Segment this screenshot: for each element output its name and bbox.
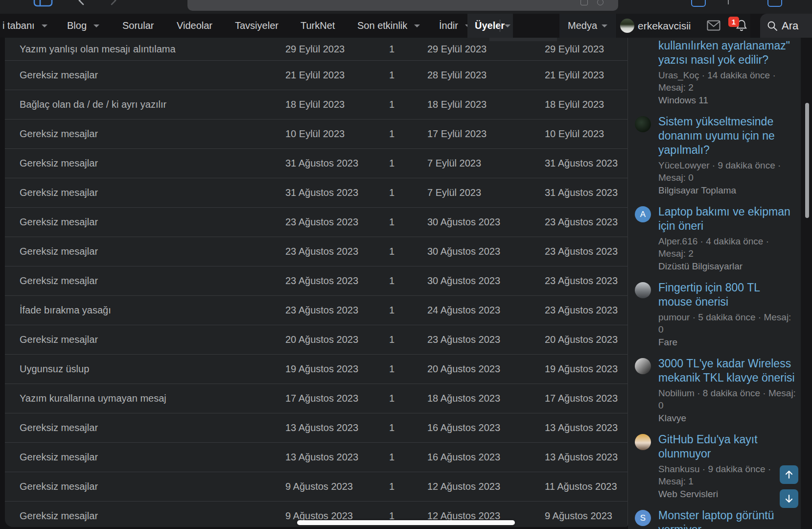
forum-category-link[interactable]: Klavye [658,412,796,424]
warning-date-cell: 23 Ağustos 2023 [278,305,382,316]
thread-title-link[interactable]: GitHub Edu'ya kayıt olunmuyor [658,433,796,461]
forum-category-link[interactable]: Bilgisayar Toplama [658,184,796,196]
warning-points-cell: 1 [382,128,420,140]
table-row[interactable]: Gereksiz mesajlar 21 Eylül 2023 1 28 Eyl… [5,60,627,90]
post-text-block: Monster laptop görüntü vermiyor stechi ·… [658,508,796,529]
warning-points-cell: 1 [382,363,420,375]
forum-category-link[interactable]: Dizüstü Bilgisayarlar [658,260,796,272]
thread-title-link[interactable]: Sistem yükseltmesinde donanım uyumu için… [658,115,796,157]
nav-item-tavsiyeler[interactable]: Tavsiyeler [235,14,278,38]
nav-item-medya[interactable]: Medya [559,14,616,38]
back-chevron-icon[interactable] [77,0,85,5]
warning-end-cell: 29 Eylül 2023 [537,44,627,55]
page-scrollbar-track[interactable] [801,38,812,529]
forum-category-link[interactable]: Windows 11 [658,94,796,106]
poster-name-link[interactable]: pumour [658,312,690,322]
warning-date-cell: 20 Ağustos 2023 [278,334,382,345]
table-row[interactable]: Gereksiz mesajlar 31 Ağustos 2023 1 7 Ey… [5,178,627,207]
poster-avatar[interactable]: S [635,510,651,526]
warning-expiry-cell: 17 Eylül 2023 [420,128,537,140]
warning-expiry-cell: 16 Ağustos 2023 [420,452,537,463]
poster-name-link[interactable]: Nobilium [658,388,695,398]
envelope-icon[interactable] [707,20,720,31]
thread-title-link[interactable]: Fingertip için 800 TL mouse önerisi [658,281,796,309]
warning-date-cell: 13 Ağustos 2023 [278,422,382,433]
poster-avatar[interactable] [635,116,651,132]
poster-name-link[interactable]: YüceLowyer [658,160,710,170]
horizontal-scrollbar-thumb[interactable] [297,520,515,525]
nav-item-uyeler-active[interactable]: Üyeler [467,14,513,38]
forum-category-link[interactable]: Web Servisleri [658,488,796,500]
nav-item-knowledge-base[interactable]: i tabanı [2,14,47,38]
post-text-block: Fingertip için 800 TL mouse önerisi pumo… [658,281,796,348]
table-row[interactable]: Bağlaç olan da / de / ki ayrı yazılır 18… [5,90,627,119]
latest-posts-sidebar: kullanılırken ayarlanamaz" yazısı nasıl … [628,38,801,529]
table-row[interactable]: Yazım kurallarına uymayan mesaj 17 Ağust… [5,384,627,413]
username-label[interactable]: erkekavcisii [638,14,691,38]
scroll-to-bottom-button[interactable] [780,489,798,508]
table-row[interactable]: Gereksiz mesajlar 23 Ağustos 2023 1 30 A… [5,237,627,266]
forum-category-link[interactable]: Fare [658,336,796,348]
nav-item-sorular[interactable]: Sorular [122,14,154,38]
table-row[interactable]: Uygunsuz üslup 19 Ağustos 2023 1 20 Ağus… [5,354,627,384]
forward-chevron-icon[interactable] [110,0,117,5]
new-tab-icon[interactable] [767,0,782,7]
warning-points-cell: 1 [382,422,420,433]
chevron-down-icon [42,24,47,27]
poster-avatar[interactable]: A [635,206,651,222]
nav-item-indir[interactable]: İndir [439,14,471,38]
thread-title-link[interactable]: Laptop bakımı ve ekipman için öneri [658,205,796,233]
table-row[interactable]: Gereksiz mesajlar 9 Ağustos 2023 1 12 Ağ… [5,472,627,501]
refresh-icon[interactable] [597,0,603,5]
share-icon[interactable] [691,0,706,7]
warning-end-cell: 17 Ağustos 2023 [537,393,627,404]
warning-title-cell: Gereksiz mesajlar [20,128,278,140]
list-item: S Monster laptop görüntü vermiyor stechi… [628,508,801,529]
table-row[interactable]: Gereksiz mesajlar 10 Eylül 2023 1 17 Eyl… [5,119,627,148]
poster-avatar[interactable] [635,358,651,374]
warning-end-cell: 23 Ağustos 2023 [537,216,627,228]
sidebar-toggle-icon[interactable] [33,0,53,7]
warning-date-cell: 13 Ağustos 2023 [278,452,382,463]
table-row[interactable]: Gereksiz mesajlar 13 Ağustos 2023 1 16 A… [5,413,627,442]
warning-date-cell: 23 Ağustos 2023 [278,246,382,257]
chevron-down-icon[interactable] [505,24,510,27]
table-row[interactable]: Gereksiz mesajlar 23 Ağustos 2023 1 30 A… [5,266,627,295]
thread-title-link[interactable]: kullanılırken ayarlanamaz" yazısı nasıl … [658,39,796,67]
warning-points-cell: 1 [382,216,420,228]
poster-name-link[interactable]: Shankusu [658,464,700,474]
nav-item-son-etkinlik[interactable]: Son etkinlik [357,14,420,38]
nav-item-videolar[interactable]: Videolar [177,14,212,38]
table-row[interactable]: Gereksiz mesajlar 23 Ağustos 2023 1 30 A… [5,207,627,237]
table-row[interactable]: İfade bırakma yasağı 23 Ağustos 2023 1 2… [5,295,627,325]
nav-item-blog[interactable]: Blog [67,14,99,38]
reader-icon[interactable] [580,0,588,5]
user-avatar[interactable] [620,19,634,33]
search-button[interactable]: Ara [760,14,812,38]
warning-end-cell: 18 Eylül 2023 [537,99,627,110]
page-content: Yazım yanlışı olan mesajı alıntılama 29 … [0,38,812,529]
warning-points-cell: 1 [382,275,420,287]
table-row[interactable]: Gereksiz mesajlar 13 Ağustos 2023 1 16 A… [5,442,627,472]
warning-title-cell: Gereksiz mesajlar [20,275,278,287]
page-scrollbar-thumb[interactable] [805,103,809,218]
poster-avatar[interactable] [635,282,651,298]
browser-chrome [0,0,812,14]
warning-points-cell: 1 [382,393,420,404]
nav-item-turknet[interactable]: TurkNet [301,14,335,38]
address-bar[interactable] [187,0,618,11]
poster-name-link[interactable]: Alper.616 [658,236,697,246]
arrow-down-icon [784,494,794,504]
table-row[interactable]: Gereksiz mesajlar 31 Ağustos 2023 1 7 Ey… [5,148,627,178]
warning-date-cell: 19 Ağustos 2023 [278,363,382,375]
table-row[interactable]: Gereksiz mesajlar 20 Ağustos 2023 1 23 A… [5,325,627,354]
thread-title-link[interactable]: 3000 TL'ye kadar Wireless mekanik TKL kl… [658,357,796,385]
scroll-to-top-button[interactable] [780,465,798,484]
warning-end-cell: 21 Eylül 2023 [537,70,627,81]
poster-avatar[interactable] [635,434,651,450]
post-text-block: Sistem yükseltmesinde donanım uyumu için… [658,115,796,196]
thread-title-link[interactable]: Monster laptop görüntü vermiyor [658,508,796,529]
poster-name-link[interactable]: Uras_Koç [658,70,699,80]
warning-expiry-cell: 30 Ağustos 2023 [420,275,537,287]
post-meta: Alper.616 · 4 dakika önce · Mesaj: 2 [658,235,796,260]
